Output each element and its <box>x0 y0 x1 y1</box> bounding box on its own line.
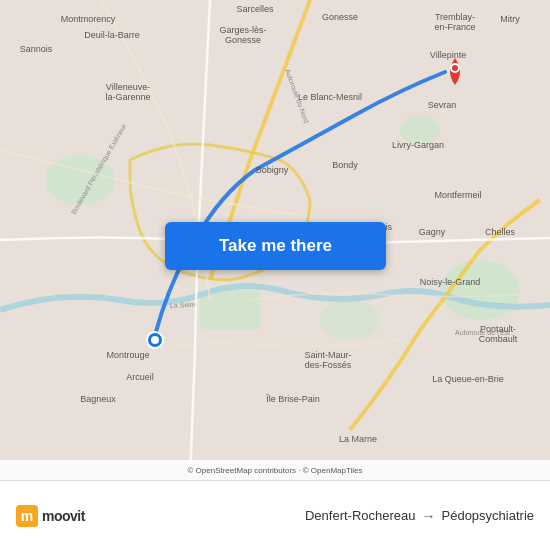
take-me-there-button[interactable]: Take me there <box>165 222 386 270</box>
svg-text:Montfermeil: Montfermeil <box>434 190 481 200</box>
svg-text:Bondy: Bondy <box>332 160 358 170</box>
map-container: La Seine Autoroute du Nord Boulevard Pér… <box>0 0 550 480</box>
moovit-logo: m moovit <box>16 505 85 527</box>
svg-text:La Marne: La Marne <box>339 434 377 444</box>
svg-text:Gagny: Gagny <box>419 227 446 237</box>
svg-text:Noisy-le-Grand: Noisy-le-Grand <box>420 277 481 287</box>
svg-text:Combault: Combault <box>479 334 518 344</box>
svg-text:Gonesse: Gonesse <box>225 35 261 45</box>
svg-text:La Seine: La Seine <box>170 301 198 309</box>
svg-text:Le Blanc-Mesnil: Le Blanc-Mesnil <box>298 92 362 102</box>
svg-text:Livry-Gargan: Livry-Gargan <box>392 140 444 150</box>
svg-text:Tremblay-: Tremblay- <box>435 12 475 22</box>
svg-text:Villepinte: Villepinte <box>430 50 466 60</box>
footer: m moovit Denfert-Rochereau → Pédopsychia… <box>0 480 550 550</box>
svg-text:Villeneuve-: Villeneuve- <box>106 82 150 92</box>
svg-text:Île Brise-Pain: Île Brise-Pain <box>265 394 320 404</box>
svg-text:La Queue-en-Brie: La Queue-en-Brie <box>432 374 504 384</box>
svg-text:Sarcelles: Sarcelles <box>236 4 274 14</box>
svg-text:Mitry: Mitry <box>500 14 520 24</box>
svg-text:Bagneux: Bagneux <box>80 394 116 404</box>
svg-text:en-France: en-France <box>434 22 475 32</box>
svg-text:Deuil-la-Barre: Deuil-la-Barre <box>84 30 140 40</box>
svg-text:Saint-Maur-: Saint-Maur- <box>304 350 351 360</box>
arrow-icon: → <box>422 508 436 524</box>
svg-point-46 <box>151 336 159 344</box>
footer-left: m moovit <box>16 505 85 527</box>
route-info: Denfert-Rochereau → Pédopsychiatrie <box>305 508 534 524</box>
destination-label: Pédopsychiatrie <box>442 508 535 523</box>
svg-text:Sannois: Sannois <box>20 44 53 54</box>
svg-text:Montrouge: Montrouge <box>106 350 149 360</box>
svg-point-48 <box>452 65 458 71</box>
svg-text:Garges-lès-: Garges-lès- <box>219 25 266 35</box>
moovit-name: moovit <box>42 508 85 524</box>
svg-text:Sevran: Sevran <box>428 100 457 110</box>
svg-text:la-Garenne: la-Garenne <box>105 92 150 102</box>
svg-text:des-Fossés: des-Fossés <box>305 360 352 370</box>
svg-text:Arcueil: Arcueil <box>126 372 154 382</box>
svg-text:Pontault-: Pontault- <box>480 324 516 334</box>
svg-text:Montmorency: Montmorency <box>61 14 116 24</box>
svg-text:Chelles: Chelles <box>485 227 516 237</box>
svg-text:Bobigny: Bobigny <box>256 165 289 175</box>
origin-label: Denfert-Rochereau <box>305 508 416 523</box>
svg-text:Gonesse: Gonesse <box>322 12 358 22</box>
moovit-icon: m <box>16 505 38 527</box>
svg-point-5 <box>320 300 380 340</box>
svg-text:© OpenStreetMap contributors ·: © OpenStreetMap contributors · © OpenMap… <box>187 466 362 475</box>
